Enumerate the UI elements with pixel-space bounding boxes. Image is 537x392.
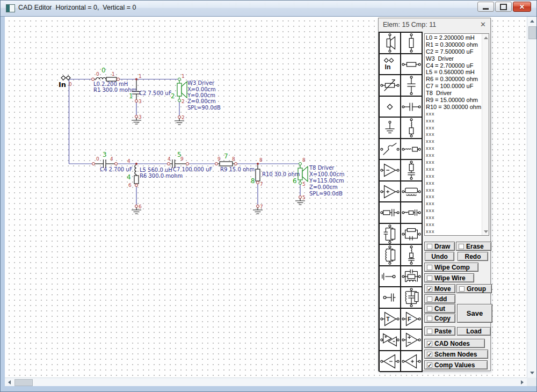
paste-toggle-button[interactable]: Paste (424, 326, 455, 336)
redo-button[interactable]: Redo (458, 252, 488, 261)
close-button[interactable]: ✕ (513, 2, 531, 12)
component-value-label: X=0.00cm (187, 86, 216, 92)
element-number: 7 (224, 153, 228, 160)
schem-nodes-checkbox[interactable]: ✓ (427, 352, 432, 357)
element-number: 0 (101, 67, 106, 74)
scroll-right-button[interactable] (518, 378, 527, 387)
node-number: 3 (139, 114, 142, 120)
node-number: 1 (112, 71, 115, 77)
input-port[interactable] (61, 76, 70, 80)
comp-values-checkbox[interactable]: ✓ (427, 362, 432, 368)
add-toggle-button[interactable]: Add (424, 294, 455, 303)
minimize-button[interactable] (477, 2, 494, 12)
input-port-label: In (59, 81, 66, 89)
node-number: 3 (139, 99, 142, 104)
node-number: 1 (139, 74, 142, 79)
copy-toggle-button[interactable]: Copy (424, 314, 455, 323)
scroll-up-icon (530, 20, 534, 23)
scroll-down-button[interactable] (527, 368, 537, 378)
node-number: 0 (96, 156, 99, 162)
scroll-left-button[interactable] (5, 378, 14, 387)
vertical-scroll-thumb[interactable] (528, 26, 536, 39)
wipe-wire-toggle-button[interactable]: Wipe Wire (424, 273, 474, 282)
component-value-label: R6 300.0 mohm (140, 173, 183, 179)
driver-W3[interactable] (177, 81, 187, 99)
element-number: 1 (129, 92, 133, 100)
draw-checkbox[interactable] (427, 244, 432, 249)
cut-checkbox[interactable] (427, 306, 432, 311)
node-number: 4 (168, 156, 171, 162)
group-checkbox[interactable] (459, 286, 465, 292)
component-value-label: Y=115.00cm (309, 178, 344, 184)
node-number: 6 (128, 183, 132, 188)
component-value-label: SPL=90.0dB (309, 191, 343, 197)
group-toggle-button[interactable]: Group (456, 284, 492, 293)
node-number: 0 (69, 82, 72, 87)
group-label: Group (467, 285, 486, 293)
inductor-L0-R1[interactable] (95, 77, 117, 81)
node-number: 7 (260, 182, 263, 187)
element-number: 4 (127, 173, 131, 181)
component-value-label: C2 7.500 uF (139, 90, 172, 96)
wipe-comp-checkbox[interactable] (427, 265, 432, 270)
load-label: Load (466, 328, 482, 335)
window-title: CAD Editor Horizontal = 0, Vertical = 0 (18, 4, 136, 11)
horizontal-scrollbar[interactable] (5, 378, 527, 386)
element-number: 6 (293, 177, 297, 185)
comp-values-toggle-button[interactable]: ✓ Comp Values (424, 360, 488, 369)
node-number: 4 (110, 156, 113, 162)
scroll-down-icon (530, 372, 534, 374)
draw-toggle-button[interactable]: Draw (424, 242, 455, 251)
maximize-button[interactable] (495, 2, 512, 12)
cut-toggle-button[interactable]: Cut (424, 304, 455, 313)
save-button[interactable]: Save (457, 304, 492, 323)
move-checkbox[interactable]: ✓ (427, 286, 432, 292)
node-number: 8 (232, 156, 235, 162)
node-number: 9 (180, 156, 184, 162)
maximize-icon (500, 4, 507, 10)
component-panel[interactable]: Elem: 15 Cmp: 11 ✕ InTF L0 = 2.200000 mH… (378, 18, 491, 371)
scroll-up-button[interactable] (527, 17, 537, 26)
erase-toggle-button[interactable]: Erase (456, 242, 491, 251)
wipe-wire-checkbox[interactable] (427, 275, 432, 281)
component-value-label: T8 Driver (309, 165, 335, 171)
move-toggle-button[interactable]: ✓ Move (424, 284, 455, 293)
resistor-R9[interactable] (218, 162, 235, 166)
cad-nodes-toggle-button[interactable]: ✓ CAD Nodes (424, 339, 485, 348)
node-number: 8 (259, 157, 263, 163)
wipe-comp-toggle-button[interactable]: Wipe Comp (424, 263, 478, 272)
add-checkbox[interactable] (427, 296, 432, 302)
node-number: 6 (139, 204, 142, 209)
inductor-L5-R6[interactable] (134, 165, 139, 184)
vertical-scrollbar[interactable] (527, 17, 536, 378)
titlebar[interactable]: CAD Editor Horizontal = 0, Vertical = 0 … (1, 1, 536, 17)
schem-nodes-toggle-button[interactable]: ✓ Schem Nodes (424, 350, 488, 359)
node-number: 0 (96, 71, 99, 77)
panel-controls: Draw Erase Undo Redo Wipe Comp Wipe Wire (379, 18, 490, 371)
schem-nodes-label: Schem Nodes (434, 351, 477, 358)
component-value-label: Z=0.00cm (309, 184, 338, 190)
ground-symbols (132, 118, 305, 214)
schematic-labels: In0001L0 2.200 mHR1 300.0 mohm11C2 7.500… (59, 67, 344, 209)
erase-checkbox[interactable] (459, 244, 464, 249)
cad-nodes-checkbox[interactable]: ✓ (427, 341, 432, 346)
node-number: 7 (260, 204, 263, 209)
resistor-R10[interactable] (256, 165, 260, 182)
component-value-label: Z=0.00cm (187, 98, 216, 104)
undo-label: Undo (431, 253, 448, 260)
minimize-icon (483, 8, 489, 10)
node-number: 9 (217, 156, 221, 162)
paste-checkbox[interactable] (427, 329, 432, 334)
horizontal-scroll-thumb[interactable] (14, 379, 33, 386)
move-label: Move (434, 285, 451, 293)
wires[interactable] (69, 79, 301, 205)
node-number: 2 (182, 99, 185, 104)
erase-label: Erase (466, 243, 484, 250)
wipe-comp-label: Wipe Comp (434, 264, 470, 271)
undo-button[interactable]: Undo (425, 252, 454, 261)
load-button[interactable]: Load (457, 327, 491, 336)
node-number: 2 (182, 115, 185, 120)
copy-checkbox[interactable] (427, 316, 432, 321)
component-value-label: Y=0.00cm (187, 92, 215, 98)
scrollbar-corner (527, 378, 536, 386)
